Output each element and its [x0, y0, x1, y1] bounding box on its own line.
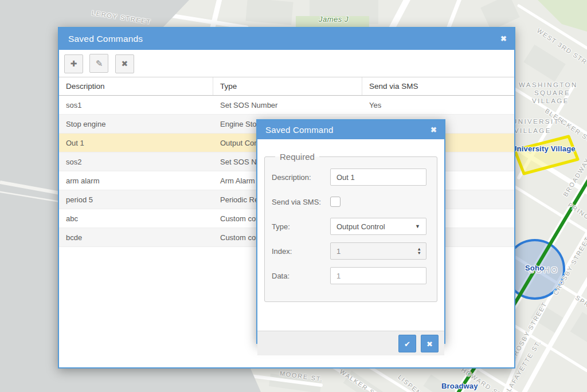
area-label-university-village: VILLAGE: [514, 127, 551, 134]
send-via-sms-checkbox[interactable]: [330, 197, 341, 207]
cancel-button[interactable]: ✖: [421, 335, 439, 352]
cancel-icon: ✖: [426, 340, 433, 348]
cell-description: arm alarm: [59, 171, 213, 190]
dialog-body: Required Description: Send via SMS: Type…: [257, 152, 444, 331]
edit-command-button[interactable]: ✎: [89, 54, 108, 73]
dialog-title: Saved Commands: [68, 34, 143, 44]
column-header-sms[interactable]: Send via SMS: [362, 77, 514, 95]
confirm-button[interactable]: ✔: [398, 335, 416, 352]
column-header-description[interactable]: Description: [59, 77, 213, 95]
cell-description: abc: [59, 209, 213, 228]
cell-description: sos2: [59, 152, 213, 171]
send-via-sms-label: Send via SMS:: [272, 198, 330, 206]
table-row[interactable]: sos1 Set SOS Number Yes: [59, 96, 514, 115]
add-command-button[interactable]: ✚: [64, 54, 83, 73]
place-label-university-village: University Village: [511, 144, 576, 153]
add-icon: ✚: [71, 59, 77, 68]
index-stepper[interactable]: 1 ▲ ▼: [330, 242, 426, 260]
data-field[interactable]: [330, 267, 426, 284]
delete-command-button[interactable]: ✖: [115, 54, 134, 73]
description-field[interactable]: [330, 168, 426, 186]
data-label: Data:: [272, 272, 330, 280]
place-label-broadway: Broadway: [441, 382, 478, 390]
dialog-titlebar[interactable]: Saved Command ✖: [257, 120, 444, 139]
description-label: Description:: [272, 173, 330, 182]
table-header: Description Type Send via SMS: [59, 77, 514, 96]
area-label-square: SQUARE: [534, 89, 570, 96]
type-label: Type:: [272, 222, 330, 231]
area-label-washington: WASHINGTON: [519, 81, 578, 88]
park-label-james-j: James J: [319, 15, 349, 23]
close-icon[interactable]: ✖: [431, 120, 437, 139]
index-stepper-value: 1: [336, 247, 341, 256]
area-label-village: VILLAGE: [532, 97, 569, 104]
cell-description: sos1: [59, 96, 213, 114]
cell-description: bcde: [59, 228, 213, 246]
cell-description: period 5: [59, 190, 213, 209]
chevron-down-icon: ▼: [415, 224, 420, 229]
edit-icon: ✎: [96, 58, 103, 68]
place-label-soho: Soho: [525, 264, 544, 272]
index-label: Index:: [272, 247, 330, 256]
cell-type: Set SOS Number: [213, 96, 362, 114]
cell-description: Stop engine: [59, 115, 213, 133]
dialog-title: Saved Command: [265, 125, 334, 135]
area-label-university: UNIVERSITY: [512, 118, 565, 125]
fieldset-legend: Required: [275, 152, 319, 162]
dialog-titlebar[interactable]: Saved Commands ✖: [59, 28, 514, 50]
spin-down-icon[interactable]: ▼: [417, 251, 421, 255]
column-header-type[interactable]: Type: [213, 77, 362, 95]
type-select-value: Output Control: [336, 222, 385, 231]
check-icon: ✔: [404, 340, 410, 348]
commands-toolbar: ✚ ✎ ✖: [59, 50, 514, 77]
close-icon[interactable]: ✖: [500, 28, 507, 50]
cell-sms: Yes: [362, 96, 514, 114]
cell-description: Out 1: [59, 134, 213, 152]
required-fieldset: Required Description: Send via SMS: Type…: [264, 152, 437, 302]
saved-command-dialog: Saved Command ✖ Required Description: Se…: [256, 119, 445, 344]
type-select[interactable]: Output Control ▼: [330, 218, 426, 235]
dialog-footer: ✔ ✖: [257, 331, 444, 355]
delete-icon: ✖: [122, 59, 128, 68]
